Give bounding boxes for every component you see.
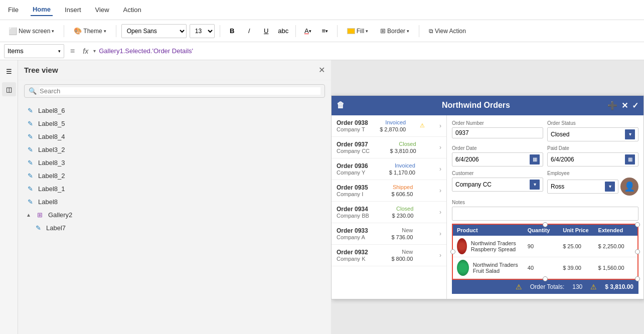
- tree-item-label8-1[interactable]: ✎ Label8_1: [18, 182, 331, 195]
- close-button[interactable]: ✕: [318, 65, 325, 75]
- theme-button[interactable]: 🎨 Theme ▾: [69, 25, 110, 37]
- menu-file[interactable]: File: [6, 4, 21, 16]
- order-item-0934[interactable]: Order 0934 Company BB Closed $ 230.00 ›: [332, 202, 446, 223]
- detail-top-grid: Order Number 0937 Order Status Closed ▾: [452, 120, 638, 166]
- order-date-value[interactable]: 6/4/2006 ▦: [452, 152, 543, 166]
- handle-left[interactable]: [450, 249, 455, 254]
- notes-section: Notes: [452, 200, 638, 221]
- paid-date-value[interactable]: 6/4/2006 ▦: [547, 152, 638, 166]
- fx-symbol: fx: [81, 47, 90, 55]
- order-item-0936[interactable]: Order 0936 Company Y Invoiced $ 1,170.00…: [332, 158, 446, 180]
- check-icon[interactable]: ✓: [632, 101, 638, 110]
- tree-view-panel: Tree view ✕ 🔍 ✎ Label8_6 ✎ Label8_5 ✎ La…: [18, 60, 331, 334]
- menu-view[interactable]: View: [93, 4, 111, 16]
- gallery-icon: ⊞: [36, 211, 44, 219]
- gallery-table: Product Quantity Unit Price Extended Nor…: [452, 224, 638, 280]
- handle-bottom[interactable]: [543, 276, 548, 281]
- handle-right[interactable]: [635, 249, 640, 254]
- menu-action[interactable]: Action: [121, 4, 143, 16]
- order-item-0933[interactable]: Order 0933 Company A New $ 736.00 ›: [332, 223, 446, 245]
- font-family-select[interactable]: Open Sans: [121, 24, 187, 38]
- formula-bar: Items ▾ = fx ▾ Gallery1.Selected.'Order …: [0, 42, 644, 60]
- align-button[interactable]: ≡▾: [318, 24, 332, 38]
- toolbar: ⬜ New screen ▾ 🎨 Theme ▾ Open Sans 13 B …: [0, 20, 644, 42]
- tree-item-label8-5[interactable]: ✎ Label8_5: [18, 117, 331, 130]
- app-title: Northwind Orders: [345, 101, 607, 110]
- tree-item-label8[interactable]: ✎ Label8: [18, 195, 331, 208]
- notes-input[interactable]: [452, 207, 638, 221]
- customer-value[interactable]: Company CC ▾: [452, 178, 543, 192]
- trash-icon[interactable]: 🗑: [337, 101, 345, 110]
- font-color-button[interactable]: A ▾: [301, 24, 315, 38]
- hamburger-icon[interactable]: ☰: [2, 64, 16, 78]
- separator-3: [220, 25, 220, 37]
- order-item-0937[interactable]: Order 0937 Company CC Closed $ 3,810.00 …: [332, 137, 446, 158]
- layers-icon[interactable]: ◫: [2, 82, 16, 96]
- order-item-0935[interactable]: Order 0935 Company I Shipped $ 606.50 ›: [332, 180, 446, 202]
- font-size-select[interactable]: 13: [190, 24, 215, 38]
- add-icon[interactable]: ➕: [607, 101, 617, 110]
- tree-item-gallery2[interactable]: ▲ ⊞ Gallery2: [18, 208, 331, 221]
- menu-home[interactable]: Home: [31, 4, 53, 16]
- formula-dropdown[interactable]: Items ▾: [4, 44, 64, 58]
- order-item-0938[interactable]: Order 0938 Company T Invoiced $ 2,870.00…: [332, 115, 446, 137]
- calendar-btn[interactable]: ▦: [625, 154, 635, 164]
- app-header: 🗑 Northwind Orders ➕ ✕ ✓: [332, 96, 643, 115]
- customer-employee-row: Customer Company CC ▾ Employee Ross: [452, 171, 638, 196]
- tree-item-label: Label3_2: [38, 146, 65, 153]
- italic-button[interactable]: /: [242, 24, 256, 38]
- separator-6: [419, 25, 419, 37]
- gallery-row-0[interactable]: Northwind Traders Raspberry Spread 90 $ …: [453, 236, 637, 257]
- order-number-field: Order Number 0937: [452, 120, 543, 141]
- order-date-field: Order Date 6/4/2006 ▦: [452, 145, 543, 166]
- chevron-right-icon: ›: [439, 252, 441, 259]
- fill-button[interactable]: Fill ▾: [343, 25, 373, 37]
- tree-header: Tree view ✕: [18, 60, 331, 80]
- app-header-right-icons: ➕ ✕ ✓: [607, 101, 638, 110]
- label-icon: ✎: [26, 158, 34, 166]
- tree-item-label: Label8_2: [38, 172, 65, 180]
- underline-button[interactable]: U: [259, 24, 273, 38]
- canvas-area: 🗑 Northwind Orders ➕ ✕ ✓ Order 0938 Comp: [331, 60, 644, 334]
- close-icon[interactable]: ✕: [621, 101, 628, 110]
- handle-top-right[interactable]: [635, 222, 640, 227]
- label-icon: ✎: [34, 224, 42, 232]
- chevron-down-icon: ▾: [104, 29, 106, 34]
- handle-top[interactable]: [543, 222, 548, 227]
- menu-insert[interactable]: Insert: [63, 4, 83, 16]
- strikethrough-button[interactable]: abc: [276, 24, 290, 38]
- menu-bar: File Home Insert View Action: [0, 0, 644, 20]
- reorder-button[interactable]: ⧉ View Action: [424, 25, 470, 37]
- order-status-field: Order Status Closed ▾: [547, 120, 638, 141]
- order-status-value[interactable]: Closed ▾: [547, 127, 638, 141]
- tree-item-label8-4[interactable]: ✎ Label8_4: [18, 130, 331, 143]
- search-box[interactable]: 🔍: [24, 84, 325, 98]
- tree-item-label8-6[interactable]: ✎ Label8_6: [18, 104, 331, 117]
- label-icon: ✎: [26, 132, 34, 140]
- dropdown-btn[interactable]: ▾: [605, 182, 615, 192]
- separator-5: [337, 25, 338, 37]
- product-image-salad: [457, 260, 469, 276]
- tree-item-label8-2[interactable]: ✎ Label8_2: [18, 169, 331, 182]
- tree-item-label8-3[interactable]: ✎ Label8_3: [18, 156, 331, 169]
- employee-value[interactable]: Ross ▾: [547, 180, 618, 194]
- calendar-btn[interactable]: ▦: [530, 154, 540, 164]
- bold-button[interactable]: B: [225, 24, 239, 38]
- border-button[interactable]: ⊞ Border ▾: [376, 25, 414, 37]
- gallery-row-1[interactable]: Northwind Traders Fruit Salad 40 $ 39.00…: [453, 257, 637, 279]
- new-screen-button[interactable]: ⬜ New screen ▾: [4, 25, 59, 38]
- search-input[interactable]: [40, 87, 320, 95]
- tree-item-label: Label8_4: [38, 133, 65, 140]
- tree-item-label3-2[interactable]: ✎ Label3_2: [18, 143, 331, 156]
- dropdown-btn[interactable]: ▾: [530, 180, 540, 190]
- handle-bottom-right[interactable]: [635, 276, 640, 281]
- tree-item-label: Label8_1: [38, 185, 65, 193]
- dropdown-btn[interactable]: ▾: [625, 129, 635, 139]
- customer-field: Customer Company CC ▾: [452, 171, 543, 196]
- app-header-left-icons: 🗑: [337, 101, 345, 110]
- order-item-0932[interactable]: Order 0932 Company K New $ 800.00 ›: [332, 245, 446, 266]
- app-preview: 🗑 Northwind Orders ➕ ✕ ✓ Order 0938 Comp: [331, 95, 644, 299]
- tree-item-label: Label8: [38, 198, 58, 206]
- tree-item-label7[interactable]: ✎ Label7: [18, 221, 331, 234]
- app-body: Order 0938 Company T Invoiced $ 2,870.00…: [332, 115, 643, 299]
